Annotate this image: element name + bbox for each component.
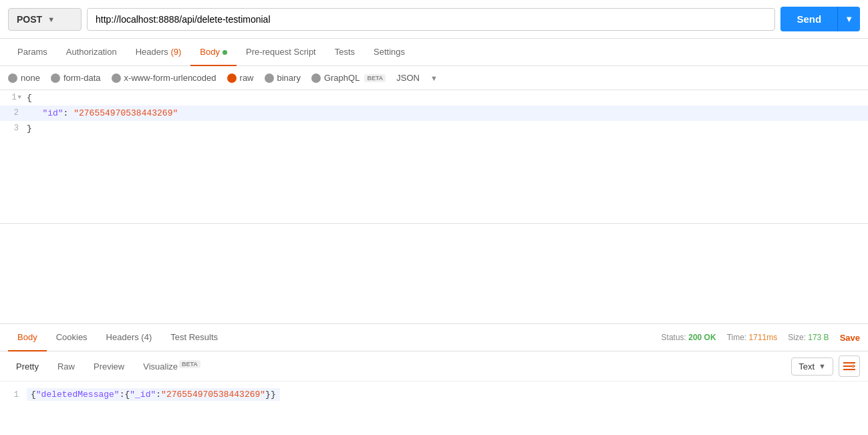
method-chevron-icon: ▼ [47, 15, 55, 23]
editor-empty-area [0, 224, 868, 324]
tab-authorization[interactable]: Authorization [57, 39, 126, 66]
tab-settings[interactable]: Settings [364, 39, 414, 66]
body-active-dot [223, 50, 227, 55]
text-format-chevron-icon: ▼ [819, 362, 826, 370]
json-format-label: JSON [396, 73, 420, 83]
option-graphql[interactable]: GraphQLBETA [311, 73, 386, 83]
radio-graphql [311, 74, 321, 83]
resp-subtab-raw[interactable]: Raw [49, 357, 83, 376]
line-2-content: "id": "276554970538443269" [27, 107, 178, 120]
resp-tab-cookies[interactable]: Cookies [47, 324, 97, 351]
body-options-row: none form-data x-www-form-urlencoded raw… [0, 66, 868, 90]
request-body-editor[interactable]: 1 ▼ { 2 "id": "276554970538443269" 3 } [0, 90, 868, 224]
visualize-beta-badge: BETA [179, 360, 200, 368]
radio-binary [265, 74, 274, 83]
tab-body[interactable]: Body [190, 39, 237, 66]
wrap-lines-button[interactable] [839, 355, 860, 377]
text-format-dropdown[interactable]: Text ▼ [791, 357, 833, 376]
graphql-beta-badge: BETA [364, 74, 386, 82]
response-meta: Status: 200 OK Time: 1711ms Size: 173 B … [662, 333, 860, 343]
resp-subtab-preview[interactable]: Preview [86, 357, 132, 376]
send-button[interactable]: Send [780, 7, 837, 31]
url-input[interactable] [87, 8, 775, 31]
line-3-num: 3 [0, 122, 27, 133]
option-none[interactable]: none [8, 73, 40, 83]
option-raw[interactable]: raw [227, 73, 254, 83]
radio-raw [227, 74, 237, 83]
request-tabs: Params Authorization Headers (9) Body Pr… [0, 39, 868, 66]
resp-line-1-content: {"deletedMessage":{"_id":"27655497053844… [27, 388, 280, 401]
resp-tab-body[interactable]: Body [8, 324, 47, 351]
line-2-num: 2 [0, 107, 27, 118]
url-bar: POST ▼ Send ▼ [0, 0, 868, 39]
editor-line-2: 2 "id": "276554970538443269" [0, 106, 868, 121]
option-form-data[interactable]: form-data [51, 73, 101, 83]
method-label: POST [17, 14, 42, 25]
resp-subtab-pretty[interactable]: Pretty [8, 357, 47, 376]
radio-form-data [51, 74, 60, 83]
tab-tests[interactable]: Tests [325, 39, 364, 66]
response-subtabs: Pretty Raw Preview VisualizeBETA Text ▼ [0, 351, 868, 382]
radio-urlencoded [112, 74, 121, 83]
editor-line-1: 1 ▼ { [0, 90, 868, 106]
line-1-content: { [27, 92, 32, 104]
line-1-num: 1 ▼ [0, 92, 27, 102]
json-format-chevron-icon[interactable]: ▼ [430, 74, 438, 82]
resp-tab-test-results[interactable]: Test Results [161, 324, 227, 351]
line-3-content: } [27, 122, 32, 135]
send-dropdown-button[interactable]: ▼ [837, 7, 860, 31]
tab-headers[interactable]: Headers (9) [126, 39, 191, 66]
status-label: Status: 200 OK [662, 333, 716, 342]
response-body: 1 {"deletedMessage":{"_id":"276554970538… [0, 382, 868, 408]
option-urlencoded[interactable]: x-www-form-urlencoded [112, 73, 216, 83]
option-binary[interactable]: binary [265, 73, 301, 83]
response-header: Body Cookies Headers (4) Test Results St… [0, 324, 868, 351]
resp-tab-headers[interactable]: Headers (4) [97, 324, 162, 351]
send-button-group: Send ▼ [780, 7, 860, 31]
radio-none [8, 74, 17, 83]
resp-line-1: 1 {"deletedMessage":{"_id":"276554970538… [0, 387, 868, 402]
resp-line-1-num: 1 [0, 390, 27, 400]
tab-pre-request-script[interactable]: Pre-request Script [237, 39, 325, 66]
save-response-button[interactable]: Save [840, 333, 860, 343]
time-label: Time: 1711ms [727, 333, 778, 342]
editor-line-3: 3 } [0, 121, 868, 136]
resp-subtab-visualize[interactable]: VisualizeBETA [135, 357, 208, 376]
method-select[interactable]: POST ▼ [8, 8, 82, 31]
tab-params[interactable]: Params [8, 39, 57, 66]
size-label: Size: 173 B [788, 333, 829, 342]
response-tabs: Body Cookies Headers (4) Test Results [8, 324, 662, 351]
